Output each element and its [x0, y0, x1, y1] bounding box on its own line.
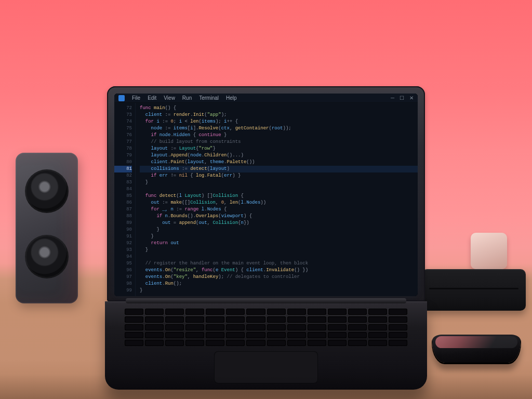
line-number: 91 [114, 233, 132, 240]
menu-item-help[interactable]: Help [226, 95, 237, 101]
code-line[interactable]: for _, n := range l.Nodes { [140, 206, 418, 213]
line-number: 92 [114, 240, 132, 247]
menu-item-terminal[interactable]: Terminal [199, 95, 219, 101]
maximize-icon[interactable]: ☐ [400, 95, 404, 101]
line-number: 82 [114, 172, 132, 179]
desk-scene-photo: File Edit View Run Terminal Help ─ ☐ ✕ 7… [0, 0, 532, 399]
line-number: 86 [114, 200, 132, 206]
menu-item-view[interactable]: View [164, 95, 175, 101]
code-line[interactable]: if err != nil { log.Fatal(err) } [140, 172, 418, 179]
line-number: 83 [114, 179, 132, 186]
close-icon[interactable]: ✕ [409, 95, 414, 101]
line-number: 94 [114, 254, 132, 260]
code-line[interactable]: } [140, 247, 418, 254]
line-number: 74 [114, 118, 132, 125]
line-number: 96 [114, 267, 132, 274]
menu-item-run[interactable]: Run [182, 95, 192, 101]
line-number-gutter: 7273747576777879808182838485868788899091… [114, 103, 136, 296]
code-line[interactable]: if n.Bounds().Overlaps(viewport) { [140, 213, 418, 220]
code-line[interactable]: layout.Append(node.Children()...) [140, 152, 418, 159]
line-number: 78 [114, 145, 132, 152]
code-line[interactable] [140, 186, 418, 193]
code-editor[interactable]: 7273747576777879808182838485868788899091… [114, 103, 418, 296]
code-line[interactable]: if node.Hidden { continue } [140, 132, 418, 139]
line-number: 90 [114, 227, 132, 233]
code-line[interactable]: events.On("key", handleKey); // delegate… [140, 274, 418, 281]
code-line[interactable]: collisions := detect(layout) [140, 166, 418, 172]
code-line[interactable]: // build layout from constraints [140, 139, 418, 145]
code-line[interactable]: // register the handler on the main even… [140, 260, 418, 267]
line-number: 95 [114, 260, 132, 267]
code-area[interactable]: func main() { client := render.Init("app… [136, 103, 418, 296]
line-number: 79 [114, 152, 132, 159]
editor-menubar: File Edit View Run Terminal Help ─ ☐ ✕ [114, 94, 418, 103]
laptop-lid: File Edit View Run Terminal Help ─ ☐ ✕ 7… [107, 86, 425, 301]
line-number: 84 [114, 186, 132, 193]
window-controls: ─ ☐ ✕ [391, 95, 414, 101]
line-number: 99 [114, 287, 132, 294]
code-line[interactable]: out = append(out, Collision{n}) [140, 220, 418, 227]
speaker-left [16, 153, 78, 303]
minimize-icon[interactable]: ─ [391, 95, 394, 101]
line-number: 89 [114, 220, 132, 227]
line-number: 87 [114, 206, 132, 213]
code-line[interactable]: } [140, 179, 418, 186]
menu-item-edit[interactable]: Edit [148, 95, 156, 101]
line-number: 85 [114, 193, 132, 200]
keyboard [125, 309, 407, 346]
line-number: 72 [114, 105, 132, 112]
smartphone [432, 335, 521, 363]
laptop-screen: File Edit View Run Terminal Help ─ ☐ ✕ 7… [114, 94, 418, 296]
code-line[interactable]: return out [140, 240, 418, 247]
code-line[interactable] [140, 254, 418, 260]
line-number: 76 [114, 132, 132, 139]
menu-item-file[interactable]: File [132, 95, 140, 101]
laptop: File Edit View Run Terminal Help ─ ☐ ✕ 7… [101, 86, 431, 390]
line-number: 77 [114, 139, 132, 145]
line-number: 97 [114, 274, 132, 281]
speaker-cone-icon [25, 235, 69, 278]
code-line[interactable]: func detect(l Layout) []Collision { [140, 193, 418, 200]
line-number: 93 [114, 247, 132, 254]
code-line[interactable]: func main() { [140, 105, 418, 112]
code-line[interactable]: client.Run(); [140, 281, 418, 287]
line-number: 98 [114, 281, 132, 287]
line-number: 81 [114, 166, 132, 172]
desk-device [422, 269, 526, 311]
code-line[interactable]: for i := 0; i < len(items); i++ { [140, 118, 418, 125]
code-line[interactable]: events.On("resize", func(e Event) { clie… [140, 267, 418, 274]
app-icon [118, 95, 125, 101]
desk-cup [471, 233, 507, 269]
code-line[interactable]: layout := Layout{"row"} [140, 145, 418, 152]
line-number: 73 [114, 112, 132, 118]
line-number: 88 [114, 213, 132, 220]
speaker-cone-icon [25, 169, 69, 213]
line-number: 80 [114, 159, 132, 166]
code-line[interactable]: client := render.Init("app"); [140, 112, 418, 118]
code-line[interactable]: } [140, 287, 418, 294]
line-number: 75 [114, 125, 132, 132]
code-line[interactable]: } [140, 227, 418, 233]
code-line[interactable]: } [140, 233, 418, 240]
code-line[interactable]: node := items[i].Resolve(ctx, getContain… [140, 125, 418, 132]
desk-edge-shadow [0, 374, 532, 399]
code-line[interactable]: client.Paint(layout, theme.Palette()) [140, 159, 418, 166]
code-line[interactable]: out := make([]Collision, 0, len(l.Nodes)… [140, 200, 418, 206]
